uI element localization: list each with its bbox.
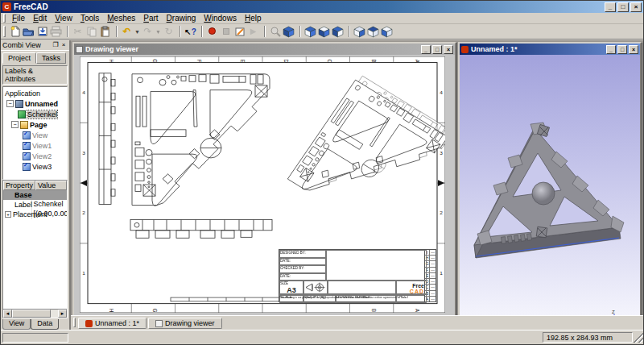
- view-icon: [23, 152, 31, 160]
- save-icon: [37, 26, 48, 37]
- expand-icon[interactable]: +: [5, 211, 11, 218]
- redo-dropdown-icon[interactable]: ▼: [155, 25, 162, 39]
- legal-text: This drawing is our property. It can't b…: [279, 296, 397, 298]
- close-button[interactable]: ×: [630, 2, 642, 12]
- fit-all-button[interactable]: [268, 25, 282, 39]
- revision-row: A—: [425, 297, 436, 301]
- child-minimize-button[interactable]: _: [606, 45, 616, 54]
- tree-item-view2[interactable]: View2: [3, 151, 67, 161]
- tab-data[interactable]: Data: [31, 319, 59, 330]
- horizontal-scrollbar[interactable]: ◄ ►: [3, 309, 67, 318]
- macro-edit-button[interactable]: [233, 25, 246, 39]
- resize-grip[interactable]: [633, 332, 643, 343]
- tab-tasks[interactable]: Tasks: [36, 52, 66, 64]
- bottom-view-button[interactable]: [366, 25, 380, 39]
- menu-file[interactable]: File: [8, 13, 29, 23]
- view-data-tabs: View Data: [1, 318, 69, 330]
- front-view-button[interactable]: [303, 25, 317, 39]
- menu-drawing[interactable]: Drawing: [163, 13, 200, 23]
- maximize-button[interactable]: □: [617, 2, 629, 12]
- labels-attributes-header: Labels & Attributes: [2, 65, 68, 85]
- scroll-left-icon[interactable]: ◄: [3, 310, 12, 318]
- cut-button[interactable]: ✂: [71, 25, 85, 39]
- whats-this-button[interactable]: ↖?: [184, 25, 197, 39]
- undo-dropdown-icon[interactable]: ▼: [134, 25, 141, 39]
- child-close-button[interactable]: ×: [629, 45, 638, 54]
- zone-label: F: [196, 60, 202, 63]
- macro-record-button[interactable]: [205, 25, 219, 39]
- child-minimize-button[interactable]: _: [421, 45, 431, 54]
- undo-icon: ↶: [122, 27, 130, 36]
- view-icon: [23, 163, 31, 171]
- new-document-icon: [10, 26, 21, 37]
- paste-button[interactable]: [98, 25, 112, 39]
- close-panel-icon[interactable]: ×: [60, 41, 68, 49]
- menu-windows[interactable]: Windows: [200, 13, 241, 23]
- print-button[interactable]: [49, 25, 63, 39]
- tree-item-page[interactable]: − Page: [3, 119, 67, 130]
- scrollbar-thumb[interactable]: [12, 310, 51, 318]
- open-folder-button[interactable]: [22, 25, 35, 39]
- refresh-button[interactable]: ↻: [162, 25, 175, 39]
- 3d-viewport[interactable]: 48.1/2.6 fps X Y Z: [460, 55, 640, 315]
- rear-view-button[interactable]: [353, 25, 366, 39]
- drawing-viewer-titlebar[interactable]: Drawing viewer _ □ ×: [74, 44, 455, 55]
- tree-item-application[interactable]: Application: [3, 88, 67, 98]
- drawing-canvas[interactable]: HGFEDCBAHGBA43214321 DESIGNED BY: DATE: …: [74, 55, 455, 315]
- scroll-right-icon[interactable]: ►: [58, 310, 67, 318]
- 3d-view-titlebar[interactable]: Unnamed : 1* _ □ ×: [460, 44, 640, 55]
- tree-item-view1[interactable]: View1: [3, 140, 67, 151]
- child-maximize-button[interactable]: □: [617, 45, 627, 54]
- view-icon: [23, 131, 31, 139]
- revision-row: D—: [425, 279, 436, 285]
- top-view-button[interactable]: [317, 25, 331, 39]
- menu-part[interactable]: Part: [139, 13, 162, 23]
- property-column-header[interactable]: Property: [3, 181, 35, 190]
- status-bar: 192.85 x 284.93 mm: [1, 330, 643, 344]
- menu-meshes[interactable]: Meshes: [103, 13, 139, 23]
- save-button[interactable]: [35, 25, 49, 39]
- macro-play-button[interactable]: ▶: [246, 25, 260, 39]
- menu-help[interactable]: Help: [241, 13, 266, 23]
- tree-item-document[interactable]: − Unnamed: [3, 98, 67, 109]
- menu-view[interactable]: View: [51, 13, 76, 23]
- date-label: DATE:: [280, 259, 291, 263]
- undo-button[interactable]: ↶: [120, 25, 134, 39]
- child-maximize-button[interactable]: □: [432, 45, 442, 54]
- whats-this-icon: ↖?: [184, 27, 196, 36]
- left-view-button[interactable]: [380, 25, 394, 39]
- toolbar-grip[interactable]: [3, 26, 6, 37]
- collapse-icon[interactable]: −: [6, 100, 14, 107]
- drawing-viewer-window: Drawing viewer _ □ ×: [72, 42, 456, 315]
- menu-tools[interactable]: Tools: [76, 13, 103, 23]
- float-panel-icon[interactable]: ❐: [52, 41, 60, 49]
- mdi-tab-drawing-viewer[interactable]: Drawing viewer: [148, 318, 222, 329]
- front-view-icon: [304, 26, 316, 38]
- dock-tabs: Project Tasks: [1, 51, 69, 64]
- minimize-button[interactable]: _: [605, 2, 616, 12]
- menu-edit[interactable]: Edit: [29, 13, 51, 23]
- property-row-label[interactable]: Label Schenkel: [3, 200, 67, 210]
- svg-text:Y: Y: [625, 314, 628, 315]
- tab-project[interactable]: Project: [2, 52, 36, 64]
- macro-stop-button[interactable]: [219, 25, 233, 39]
- tree-item-view[interactable]: View: [3, 130, 67, 140]
- tab-view[interactable]: View: [2, 319, 31, 330]
- child-close-button[interactable]: ×: [444, 45, 453, 54]
- copy-button[interactable]: [85, 25, 98, 39]
- zone-label: 2: [82, 210, 85, 216]
- macro-edit-icon: [234, 26, 246, 37]
- tree-item-view3[interactable]: View3: [3, 161, 67, 172]
- collapse-icon[interactable]: −: [11, 121, 19, 128]
- tabbar-grip[interactable]: [73, 318, 76, 327]
- axonometric-view-button[interactable]: [282, 25, 295, 39]
- tree-item-schenkel[interactable]: Schenkel: [3, 109, 67, 119]
- right-view-button[interactable]: [331, 25, 345, 39]
- mdi-tab-unnamed[interactable]: Unnamed : 1*: [78, 318, 147, 329]
- value-column-header[interactable]: Value: [35, 181, 67, 190]
- menubar-grip[interactable]: [3, 14, 6, 22]
- redo-button[interactable]: ↷: [141, 25, 155, 39]
- new-document-button[interactable]: [8, 25, 22, 39]
- property-group-base[interactable]: Base: [3, 190, 67, 200]
- property-row-placement[interactable]: + Placement [(0.00,0.00: [3, 210, 67, 219]
